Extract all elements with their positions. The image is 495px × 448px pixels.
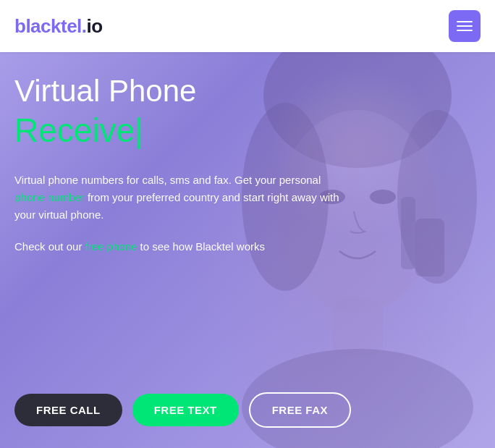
free-fax-button[interactable]: FREE FAX <box>249 392 351 428</box>
free-phone-link[interactable]: free phone <box>85 240 138 253</box>
hero-section: Virtual Phone Receive Virtual phone numb… <box>0 52 495 448</box>
menu-line-2 <box>457 25 473 27</box>
logo-purple-text: io <box>87 15 103 37</box>
phone-number-link[interactable]: phone number <box>14 191 85 203</box>
menu-button[interactable] <box>449 10 481 42</box>
menu-line-3 <box>457 30 473 31</box>
hero-content: Virtual Phone Receive Virtual phone numb… <box>0 52 495 255</box>
hero-check-part2: to see how Blacktel works <box>137 240 265 253</box>
free-text-button[interactable]: FREE TEXT <box>132 394 239 426</box>
hero-check-part1: Check out our <box>14 240 85 253</box>
hero-title-line1: Virtual Phone <box>14 74 481 109</box>
hero-title-line2: Receive <box>14 111 481 150</box>
header: blacktel.io <box>0 0 495 52</box>
logo-black-text: blacktel <box>14 15 82 37</box>
menu-line-1 <box>457 21 473 22</box>
free-call-button[interactable]: FREE CALL <box>14 394 122 426</box>
logo: blacktel.io <box>14 15 103 38</box>
svg-rect-2 <box>332 298 383 356</box>
hero-check-text: Check out our free phone to see how Blac… <box>14 238 481 255</box>
cta-button-row: FREE CALL FREE TEXT FREE FAX <box>14 392 351 428</box>
hero-desc-part1: Virtual phone numbers for calls, sms and… <box>14 174 321 186</box>
hero-description: Virtual phone numbers for calls, sms and… <box>14 172 347 224</box>
logo-dot: . <box>82 15 87 37</box>
